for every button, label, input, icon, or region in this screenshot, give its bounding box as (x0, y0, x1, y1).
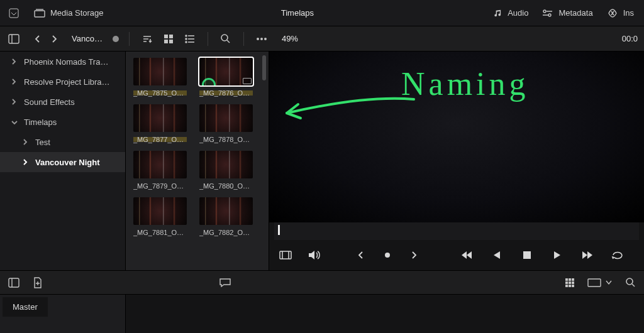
clip-item[interactable]: _MG_7875_O… (133, 58, 187, 97)
go-start-button[interactable] (459, 248, 474, 263)
svg-rect-31 (569, 281, 571, 284)
play-button[interactable] (550, 248, 565, 263)
sort-button[interactable] (140, 31, 155, 46)
svg-rect-28 (569, 278, 571, 281)
svg-marker-18 (467, 251, 472, 259)
panel-toggle-button[interactable] (6, 31, 21, 46)
viewer-title: Timelaps (116, 8, 479, 18)
search-bottom-button[interactable] (623, 275, 638, 290)
divider (129, 32, 130, 46)
stop-button[interactable] (519, 248, 535, 263)
chevron-right-icon (11, 97, 18, 107)
timecode-display[interactable]: 00:0 (622, 34, 638, 43)
jog-back-button[interactable] (353, 248, 369, 263)
tree-item[interactable]: Resolve Project Libra… (0, 72, 125, 92)
search-button[interactable] (218, 31, 233, 46)
playhead-icon[interactable] (278, 225, 280, 235)
view-mode-dropdown[interactable] (586, 275, 614, 290)
clip-item[interactable]: _MG_7880_O… (199, 151, 253, 190)
clip-item[interactable]: _MG_7878_O… (199, 104, 253, 143)
chevron-right-icon (23, 158, 29, 167)
clip-thumbnail[interactable] (133, 197, 187, 225)
clip-item[interactable]: _MG_7881_O… (133, 197, 187, 236)
tree-item[interactable]: Sound Effects (0, 92, 125, 112)
divider (243, 32, 244, 46)
nav-back-button[interactable] (30, 31, 45, 46)
svg-point-3 (548, 14, 551, 16)
clip-name-label: _MG_7875_O… (133, 89, 187, 97)
clip-item[interactable]: _MG_7879_O… (133, 151, 187, 190)
svg-rect-30 (565, 281, 568, 284)
loop-button[interactable] (610, 248, 625, 263)
audio-panel-button[interactable]: Audio (487, 6, 532, 20)
chevron-right-icon (11, 57, 18, 67)
viewer-scrubber[interactable] (274, 222, 639, 240)
svg-point-17 (385, 253, 390, 258)
volume-button[interactable] (307, 248, 322, 263)
clip-thumbnail[interactable] (199, 197, 253, 225)
jog-center-icon (380, 248, 395, 263)
svg-marker-21 (494, 251, 500, 259)
clip-thumbnail[interactable] (199, 104, 253, 132)
metadata-panel-button[interactable]: Metadata (538, 6, 596, 20)
inspector-panel-button[interactable]: Ins (603, 6, 638, 20)
inspector-icon (607, 8, 618, 19)
grid-view-button[interactable] (161, 31, 176, 46)
tree-item[interactable]: Timelaps (0, 112, 125, 132)
zoom-percent[interactable]: 49% (282, 34, 298, 43)
clip-thumbnail[interactable] (199, 151, 253, 178)
clip-thumbnail[interactable] (133, 151, 187, 178)
grid-view-small-button[interactable] (562, 275, 577, 290)
clip-name-label: _MG_7877_O… (133, 136, 187, 143)
svg-rect-34 (569, 285, 571, 287)
music-note-icon (491, 8, 502, 19)
svg-rect-22 (523, 251, 531, 259)
media-storage-button[interactable]: Media Storage (30, 6, 108, 20)
bin-content-area[interactable] (126, 295, 644, 333)
svg-rect-8 (169, 40, 173, 43)
master-bin-tab[interactable]: Master (3, 297, 48, 317)
clip-item[interactable]: _MG_7876_O… (199, 58, 253, 97)
jog-forward-button[interactable] (406, 248, 421, 263)
tree-item[interactable]: Test (0, 132, 125, 152)
tree-item-active[interactable]: Vancouver Night (0, 152, 125, 172)
tree-item[interactable]: Phoenix Nomads Tra… (0, 52, 125, 72)
bin-tree: Phoenix Nomads Tra… Resolve Project Libr… (0, 52, 126, 270)
breadcrumb[interactable]: Vanco… (72, 34, 103, 43)
scrollbar-thumb[interactable] (262, 55, 266, 80)
clip-name-label: _MG_7878_O… (199, 136, 253, 143)
metadata-label: Metadata (558, 8, 592, 18)
status-dot-icon (113, 36, 119, 42)
clip-name-label: _MG_7880_O… (199, 182, 253, 190)
clip-thumbnail[interactable] (199, 58, 253, 85)
go-end-button[interactable] (580, 248, 595, 263)
svg-rect-7 (164, 40, 168, 43)
comment-button[interactable] (218, 275, 233, 290)
more-options-button[interactable] (254, 31, 269, 46)
play-reverse-button[interactable] (489, 248, 504, 263)
list-view-button[interactable] (182, 31, 197, 46)
clip-item[interactable]: _MG_7882_O… (199, 197, 253, 236)
svg-rect-0 (9, 9, 18, 18)
viewer-monitor[interactable]: Naming (269, 52, 644, 222)
svg-rect-36 (588, 279, 601, 287)
mark-clip-button[interactable] (278, 248, 293, 263)
import-media-button[interactable] (30, 275, 45, 290)
clip-thumbnail[interactable] (133, 58, 187, 85)
svg-marker-24 (582, 251, 587, 259)
bin-list-panel: Master (0, 295, 126, 333)
svg-point-13 (257, 38, 259, 40)
svg-rect-16 (280, 251, 291, 259)
clip-item[interactable]: _MG_7877_O… (133, 104, 187, 143)
svg-rect-33 (565, 285, 568, 287)
svg-marker-23 (554, 251, 560, 259)
clip-thumbnail[interactable] (133, 104, 187, 132)
clip-badge-icon (243, 78, 252, 84)
panel-toggle-bottom-button[interactable] (6, 275, 21, 290)
audio-label: Audio (508, 8, 528, 18)
svg-rect-29 (572, 278, 574, 281)
clip-name-label: _MG_7879_O… (133, 182, 187, 190)
nav-forward-button[interactable] (47, 31, 62, 46)
svg-rect-5 (164, 35, 168, 38)
app-menu-dropdown[interactable] (6, 6, 21, 21)
